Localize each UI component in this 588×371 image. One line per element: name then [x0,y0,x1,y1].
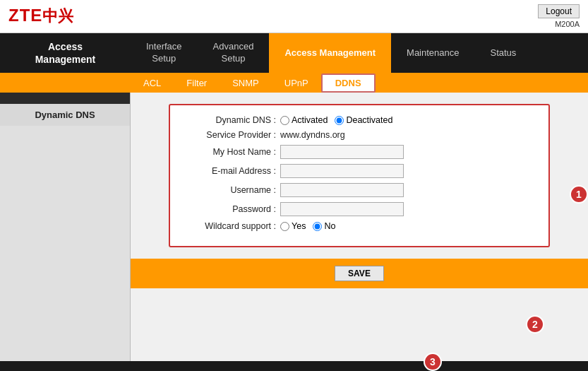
sidebar: Dynamic DNS [0,93,131,361]
dynamic-dns-label: Dynamic DNS : [177,115,276,125]
activated-option[interactable]: Activated [280,115,328,125]
sidebar-title [0,93,130,104]
save-button[interactable]: SAVE [335,266,384,281]
tab-advanced-setup[interactable]: AdvancedSetup [198,33,270,73]
wildcard-no-radio[interactable] [313,222,322,231]
nav-section-label: AccessManagement [0,33,131,73]
tab-access-management[interactable]: Access Management [269,33,391,73]
logo-text: ZTE [8,6,42,25]
device-name: M200A [555,20,580,28]
host-name-input[interactable] [280,145,404,159]
sub-tab-filter[interactable]: Filter [174,75,220,91]
wildcard-radio-group: Yes No [280,221,335,231]
save-bar: SAVE [131,259,588,288]
activated-label: Activated [292,115,328,125]
wildcard-yes-option[interactable]: Yes [280,221,306,231]
username-row: Username : [177,183,534,197]
activated-radio[interactable] [280,116,289,125]
sub-tab-snmp[interactable]: SNMP [220,75,272,91]
email-row: E-mail Address : [177,164,534,178]
wildcard-yes-label: Yes [292,221,306,231]
header-right: Logout M200A [538,4,580,28]
dynamic-dns-row: Dynamic DNS : Activated Deactivated [177,115,534,125]
service-provider-label: Service Provider : [177,130,276,140]
host-name-row: My Host Name : [177,145,534,159]
email-label: E-mail Address : [177,166,276,176]
wildcard-yes-radio[interactable] [280,222,289,231]
password-label: Password : [177,204,276,214]
content-area: Dynamic DNS : Activated Deactivated [131,93,588,259]
username-label: Username : [177,185,276,195]
main-wrapper: Dynamic DNS Dynamic DNS : Activated D [0,93,588,361]
deactivated-radio[interactable] [335,116,344,125]
wildcard-no-label: No [324,221,335,231]
sub-tab-ddns[interactable]: DDNS [321,73,376,93]
service-provider-value: www.dyndns.org [280,130,345,140]
username-input[interactable] [280,183,404,197]
logout-button[interactable]: Logout [538,4,580,18]
logo: ZTE中兴 [8,6,73,27]
password-row: Password : [177,202,534,216]
badge-3: 3 [424,353,442,371]
tab-interface-setup[interactable]: InterfaceSetup [131,33,198,73]
password-input[interactable] [280,202,404,216]
sub-tab-upnp[interactable]: UPnP [272,75,321,91]
bottom-bar [0,361,588,371]
sidebar-dynamic-dns: Dynamic DNS [0,104,130,126]
deactivated-label: Deactivated [346,115,392,125]
email-input[interactable] [280,164,404,178]
deactivated-option[interactable]: Deactivated [335,115,392,125]
tab-maintenance[interactable]: Maintenance [391,33,474,73]
wildcard-row: Wildcard support : Yes No [177,221,534,231]
badge-2: 2 [526,315,544,334]
tab-status[interactable]: Status [475,33,532,73]
wildcard-label: Wildcard support : [177,221,276,231]
logo-chinese: 中兴 [42,7,73,25]
host-name-label: My Host Name : [177,147,276,157]
header: ZTE中兴 Logout M200A [0,0,588,33]
service-provider-row: Service Provider : www.dyndns.org [177,130,534,140]
ddns-form: Dynamic DNS : Activated Deactivated [169,104,550,247]
dynamic-dns-radio-group: Activated Deactivated [280,115,392,125]
sub-nav: ACL Filter SNMP UPnP DDNS [0,73,588,93]
badge-1: 1 [570,185,588,204]
nav-bar: AccessManagement InterfaceSetup Advanced… [0,33,588,73]
wildcard-no-option[interactable]: No [313,221,335,231]
sub-tab-acl[interactable]: ACL [131,75,174,91]
nav-tabs: InterfaceSetup AdvancedSetup Access Mana… [131,33,588,73]
